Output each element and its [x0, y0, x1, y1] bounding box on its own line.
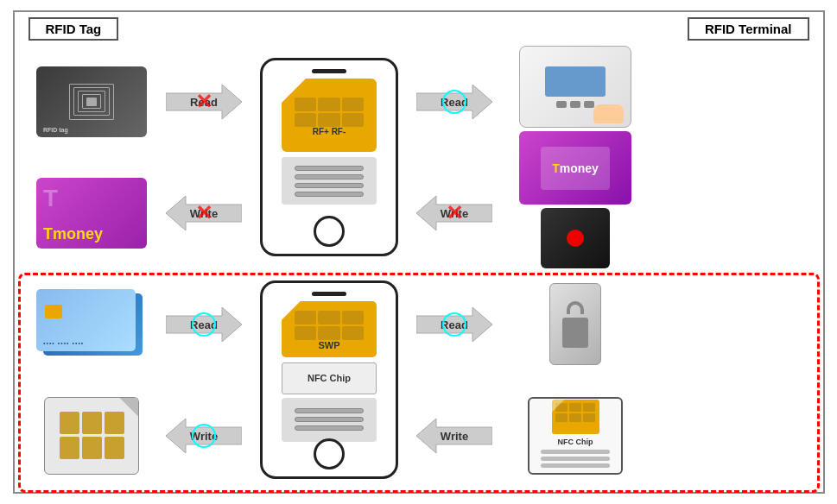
write-label-3: Write [190, 429, 218, 442]
handheld-reader [519, 46, 631, 128]
sim-sc3 [105, 412, 124, 434]
read-arrow-top-left: Read ✕ [159, 46, 250, 157]
write-arrow-left-blocked-2: Write ✕ [416, 196, 492, 230]
swp-label: SWP [318, 340, 339, 350]
tmoney-t-bg: T [43, 185, 58, 212]
write-arrow-bottom-left: Write ✕ [159, 157, 250, 268]
sim-c3 [342, 98, 364, 111]
nfc-coil [282, 398, 377, 442]
lock-body [562, 318, 588, 348]
coil-l1 [295, 166, 364, 171]
sim-c4 [295, 113, 316, 127]
nfc-phone-cell: SWP NFC Chip [250, 268, 409, 491]
tmoney-card-image: T Tmoney [36, 178, 147, 249]
reader-hand-graphic [593, 104, 624, 123]
credit-card-cell: •••• •••• •••• [25, 268, 159, 380]
terminal-stack: Tmoney [519, 46, 631, 268]
nfc-coil-lines [295, 408, 364, 431]
nfc-terminal-coil [541, 450, 610, 471]
rfid-concentric-squares [68, 82, 116, 121]
sim-standalone-image [44, 397, 139, 475]
write-arrow-bottom-right: Write [409, 380, 500, 491]
nfc-chip-contacts [552, 400, 599, 425]
chip-c3 [583, 403, 595, 412]
coil-l3 [295, 183, 364, 188]
read-arrow-right-blocked: Read ✕ [166, 85, 242, 119]
coil-l4 [295, 192, 364, 197]
nfc-chip-label-text: NFC Chip [308, 373, 351, 383]
swp-c5 [318, 326, 339, 340]
write-arrow-top-right: Write ✕ [409, 157, 500, 268]
ntc-l1 [541, 450, 610, 454]
credit-card-number: •••• •••• •••• [43, 340, 84, 346]
read-arrow-right-circled: Read [416, 85, 492, 119]
nfc-chip-card-cell: NFC Chip [500, 380, 651, 491]
tmoney-money-text: money [53, 225, 103, 243]
swp-card: SWP [282, 301, 377, 357]
credit-chip [45, 305, 62, 318]
chip-c6 [583, 413, 595, 422]
read-arrow-bottom-left: Read [159, 268, 250, 380]
ntc-l2 [541, 457, 610, 461]
read-arrow-bottom-right: Read [409, 268, 500, 380]
write-arrow-left-blocked: Write ✕ [166, 196, 242, 230]
reader-btn3 [584, 101, 594, 108]
nfc-terminal-chip-graphic [552, 400, 599, 434]
reader-btn2 [570, 101, 580, 108]
sim-c5 [318, 113, 339, 127]
read-arrow-right-circled-2: Read [166, 307, 242, 342]
nfc-coil-l2 [295, 417, 364, 422]
chip-c2 [569, 403, 581, 412]
read-label-3: Read [190, 318, 218, 331]
tmoney-terminal-inner: Tmoney [541, 147, 610, 190]
nfc-terminal-label-text: NFC Chip [558, 438, 593, 446]
read-label-1: Read [190, 95, 218, 108]
sim-c1 [295, 98, 316, 111]
nfc-chip-box: NFC Chip [282, 362, 377, 394]
reader-screen [545, 66, 606, 97]
main-container: RFID Tag RFID Terminal RFID tag [13, 10, 825, 494]
sim-sc4 [60, 437, 79, 459]
sim-sc2 [82, 412, 102, 434]
chip-c5 [569, 413, 581, 422]
nfc-phone-graphic: SWP NFC Chip [260, 280, 398, 479]
ntc-l3 [541, 463, 610, 468]
black-terminal-btn [567, 230, 584, 247]
phone-cell: RF+ RF- [250, 46, 409, 268]
terminal-stack-cell: Tmoney [500, 46, 651, 268]
rfid-tag-header: RFID Tag [29, 17, 119, 41]
sim-sc6 [105, 437, 124, 459]
sim-sc5 [82, 437, 102, 459]
sim-rf-label: RF+ RF- [313, 127, 346, 137]
swp-c6 [342, 326, 364, 340]
door-lock-device [549, 283, 601, 365]
rfid-sq-4 [82, 94, 101, 109]
rfid-card-cell: RFID tag [25, 46, 159, 157]
credit-card-front: •••• •••• •••• [36, 289, 136, 351]
write-label-2: Write [441, 206, 468, 219]
swp-c3 [342, 311, 364, 324]
write-arrow-left-4: Write [416, 419, 492, 453]
tmoney-terminal: Tmoney [519, 131, 631, 205]
door-lock-cell [500, 268, 651, 380]
tmoney-terminal-logo: Tmoney [552, 161, 599, 175]
swp-c4 [295, 326, 316, 340]
write-label-4: Write [441, 429, 468, 442]
tmoney-logo: Tmoney [43, 225, 103, 243]
coil-l2 [295, 174, 364, 180]
coil-lines [295, 166, 364, 197]
swp-c2 [318, 311, 339, 324]
sim-standalone-contacts [60, 412, 124, 459]
rfid-card-text: RFID tag [43, 127, 68, 133]
sim-contacts [295, 98, 364, 127]
chip-c4 [555, 413, 568, 422]
coil-graphic [282, 157, 377, 205]
sim-c2 [318, 98, 339, 111]
nfc-terminal-card: NFC Chip [528, 397, 623, 475]
rfid-card-image: RFID tag [36, 66, 147, 137]
tmoney-card-cell: T Tmoney [25, 157, 159, 268]
read-arrow-top-right: Read [409, 46, 500, 157]
write-label-1: Write [190, 206, 218, 219]
read-label-4: Read [441, 318, 468, 331]
sim-c6 [342, 113, 364, 127]
